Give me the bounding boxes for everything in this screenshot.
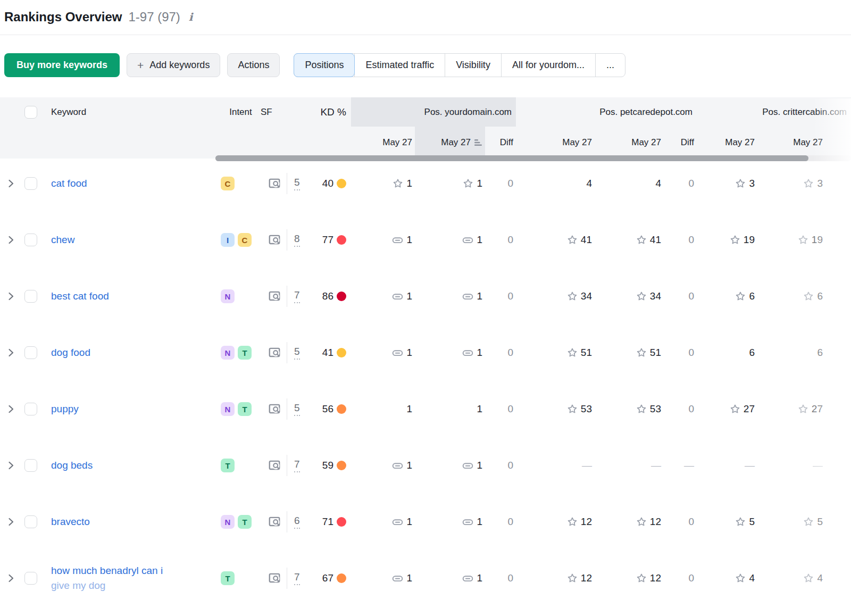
position-cell: 5 — [757, 516, 825, 528]
column-header-intent[interactable]: Intent — [213, 107, 261, 118]
keyword-link[interactable]: chew — [51, 232, 213, 247]
row-checkbox[interactable] — [24, 515, 37, 528]
position-value: 51 — [650, 347, 661, 359]
keyword-link[interactable]: puppy — [51, 402, 213, 417]
position-value: — — [582, 460, 592, 471]
keyword-link[interactable]: best cat food — [51, 289, 213, 304]
serp-features-icon[interactable] — [268, 177, 281, 190]
pos-prefix: Pos. — [424, 107, 443, 118]
column-group-petcaredepot[interactable]: Pos. petcaredepot.com — [516, 97, 697, 127]
keyword-link[interactable]: dog beds — [51, 458, 213, 473]
horizontal-scrollbar[interactable] — [215, 155, 851, 161]
sf-divider — [287, 286, 287, 307]
star-icon — [803, 178, 814, 189]
row-checkbox[interactable] — [24, 177, 37, 190]
keyword-link[interactable]: how much benadryl can igive my dog — [51, 563, 213, 593]
sf-count[interactable]: 8 — [294, 233, 300, 247]
chevron-right-icon[interactable] — [5, 234, 16, 246]
diff-column-header[interactable]: Diff — [485, 137, 516, 148]
serp-features-icon[interactable] — [268, 571, 281, 585]
row-checkbox[interactable] — [24, 290, 37, 303]
tab-estimated-traffic[interactable]: Estimated traffic — [354, 54, 445, 77]
position-cell: 1 — [351, 572, 415, 585]
keyword-link[interactable]: dog food — [51, 345, 213, 360]
table-row: cat foodC54011044033 — [0, 155, 851, 212]
serp-features-icon[interactable] — [268, 289, 281, 303]
star-icon — [636, 516, 647, 528]
chevron-right-icon[interactable] — [5, 347, 16, 359]
position-cell: 0 — [485, 234, 516, 246]
position-value: 1 — [477, 572, 482, 584]
star-icon — [392, 178, 404, 189]
position-cell: 1 — [415, 460, 485, 472]
keyword-link[interactable]: cat food — [51, 176, 213, 191]
sf-count[interactable]: 5 — [294, 402, 300, 416]
kd-value: 77 — [322, 234, 333, 246]
chevron-right-icon[interactable] — [5, 290, 16, 302]
serp-features-icon[interactable] — [268, 346, 281, 360]
date-column-header[interactable]: May 27 — [595, 137, 664, 148]
column-group-yourdomain[interactable]: Pos. yourdomain.com — [351, 97, 516, 127]
serp-features-icon[interactable] — [268, 402, 281, 416]
date-column-header[interactable]: May 27 — [697, 137, 757, 148]
position-value: 6 — [749, 290, 755, 302]
position-value: 0 — [688, 403, 694, 415]
chevron-right-icon[interactable] — [5, 460, 16, 471]
tab-visibility[interactable]: Visibility — [445, 54, 501, 77]
row-checkbox[interactable] — [24, 403, 37, 415]
select-all-checkbox[interactable] — [24, 106, 37, 119]
date-column-header[interactable]: May 27 — [516, 137, 595, 148]
position-value: 0 — [507, 234, 513, 246]
tab-[interactable]: ... — [595, 54, 625, 77]
sf-count[interactable]: 7 — [294, 459, 300, 472]
tab-all-for-yourdom[interactable]: All for yourdom... — [501, 54, 595, 77]
position-cell: 1 — [415, 403, 485, 415]
chevron-right-icon[interactable] — [5, 572, 16, 584]
column-group-crittercabin[interactable]: Pos. crittercabin.com — [697, 97, 851, 127]
diff-column-header[interactable]: Diff — [664, 137, 697, 148]
position-cell: 0 — [664, 178, 697, 189]
position-cell: 1 — [351, 403, 415, 415]
link-icon — [462, 234, 474, 246]
kd-difficulty-dot — [337, 348, 346, 357]
column-header-keyword[interactable]: Keyword — [51, 107, 213, 118]
position-cell: 5 — [697, 516, 757, 528]
position-cell: 1 — [351, 234, 415, 246]
chevron-right-icon[interactable] — [5, 178, 16, 189]
buy-more-keywords-button[interactable]: Buy more keywords — [4, 53, 120, 77]
sf-count[interactable]: 7 — [294, 289, 300, 303]
row-checkbox[interactable] — [24, 459, 37, 472]
sf-count[interactable]: 5 — [294, 177, 300, 190]
chevron-right-icon[interactable] — [5, 403, 16, 415]
sf-count[interactable]: 7 — [294, 571, 300, 585]
serp-features-icon[interactable] — [268, 515, 281, 529]
actions-button[interactable]: Actions — [227, 53, 280, 77]
row-checkbox[interactable] — [24, 346, 37, 359]
date-column-header[interactable]: May 27 — [351, 137, 415, 148]
serp-features-icon[interactable] — [268, 233, 281, 247]
column-header-kd[interactable]: KD % — [308, 106, 351, 118]
link-icon — [391, 460, 404, 472]
row-checkbox[interactable] — [24, 234, 37, 246]
tab-positions[interactable]: Positions — [294, 53, 355, 77]
position-value: 1 — [477, 234, 482, 246]
row-checkbox[interactable] — [24, 572, 37, 585]
scrollbar-thumb[interactable] — [215, 155, 808, 161]
intent-badge-t: T — [221, 459, 235, 472]
position-value: 1 — [477, 347, 482, 359]
position-value: 1 — [477, 516, 482, 528]
table-row: best cat foodN7861103434066 — [0, 268, 851, 324]
column-header-sf[interactable]: SF — [261, 107, 308, 118]
sf-count[interactable]: 5 — [294, 346, 300, 360]
link-icon — [462, 572, 474, 585]
info-icon[interactable]: i — [187, 11, 195, 23]
serp-features-icon[interactable] — [268, 459, 281, 472]
sf-count[interactable]: 6 — [294, 515, 300, 529]
date-column-header-sorted[interactable]: May 27 — [415, 127, 485, 159]
chevron-right-icon[interactable] — [5, 516, 16, 528]
keyword-link[interactable]: bravecto — [51, 514, 213, 529]
date-column-header[interactable]: May 27 — [757, 137, 825, 148]
add-keywords-button[interactable]: + Add keywords — [127, 53, 220, 77]
position-value: 1 — [406, 516, 412, 528]
position-cell: 0 — [664, 234, 697, 246]
